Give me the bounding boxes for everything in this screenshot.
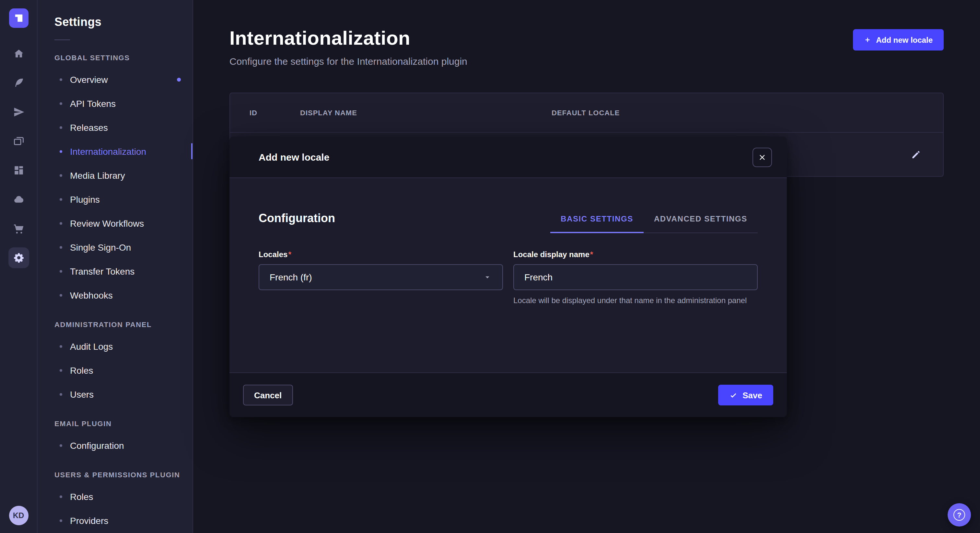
sidebar-item-label: Internationalization xyxy=(70,146,146,156)
table-header-row: ID DISPLAY NAME DEFAULT LOCALE xyxy=(230,93,943,132)
sidebar-item-label: Overview xyxy=(70,74,108,84)
configuration-title: Configuration xyxy=(259,212,335,233)
edit-locale-button[interactable] xyxy=(908,147,924,162)
close-icon xyxy=(758,153,766,161)
sidebar-item-internationalization[interactable]: Internationalization xyxy=(54,139,192,163)
required-asterisk: * xyxy=(288,250,291,259)
content-manager-icon[interactable] xyxy=(8,73,29,93)
add-new-locale-button[interactable]: Add new locale xyxy=(853,29,944,51)
sidebar-item-single-sign-on[interactable]: Single Sign-On xyxy=(54,235,192,259)
sidebar-item-webhooks[interactable]: Webhooks xyxy=(54,283,192,307)
modal-footer: Cancel Save xyxy=(229,373,787,417)
page-title: Internationalization xyxy=(229,27,467,49)
display-name-input[interactable] xyxy=(513,264,758,290)
pencil-icon xyxy=(911,149,921,160)
releases-icon[interactable] xyxy=(8,102,29,122)
sidebar-item-label: Plugins xyxy=(70,194,100,204)
sidebar-item-label: Roles xyxy=(70,491,93,501)
sidebar-item-releases[interactable]: Releases xyxy=(54,115,192,139)
nav-rail: KD xyxy=(0,0,38,533)
section-label-email-plugin: EMAIL PLUGIN xyxy=(54,420,192,427)
required-asterisk: * xyxy=(590,250,593,259)
app: KD Settings GLOBAL SETTINGS Overview API… xyxy=(0,0,980,533)
add-locale-modal: Add new locale Configuration BASIC SETTI… xyxy=(229,136,787,417)
cloud-icon[interactable] xyxy=(8,189,29,210)
sidebar-item-label: Media Library xyxy=(70,170,125,180)
display-name-label: Locale display name* xyxy=(513,250,758,259)
locales-select[interactable]: French (fr) xyxy=(259,264,503,290)
rail-icon-list xyxy=(8,43,29,268)
sidebar-item-label: Review Workflows xyxy=(70,218,144,228)
sidebar-item-audit-logs[interactable]: Audit Logs xyxy=(54,334,192,358)
sidebar-item-transfer-tokens[interactable]: Transfer Tokens xyxy=(54,259,192,283)
sidebar-item-label: Roles xyxy=(70,365,93,375)
home-icon[interactable] xyxy=(8,43,29,64)
user-avatar[interactable]: KD xyxy=(9,506,28,525)
save-label: Save xyxy=(743,390,762,400)
sidebar-item-admin-users[interactable]: Users xyxy=(54,382,192,406)
locales-label: Locales* xyxy=(259,250,503,259)
page-subtitle: Configure the settings for the Internati… xyxy=(229,56,467,67)
sidebar-item-up-providers[interactable]: Providers xyxy=(54,508,192,532)
column-header-default-locale: DEFAULT LOCALE xyxy=(552,109,898,117)
help-button[interactable]: ? xyxy=(948,503,971,527)
column-header-display-name: DISPLAY NAME xyxy=(300,109,552,117)
bullet-icon xyxy=(60,495,62,498)
bullet-icon xyxy=(60,150,62,152)
check-icon xyxy=(729,391,737,399)
strapi-logo[interactable] xyxy=(9,8,28,28)
sidebar-item-label: Releases xyxy=(70,122,108,132)
sidebar-item-review-workflows[interactable]: Review Workflows xyxy=(54,211,192,235)
help-icon: ? xyxy=(953,509,965,521)
sidebar-item-label: Users xyxy=(70,389,94,399)
section-label-global-settings: GLOBAL SETTINGS xyxy=(54,54,192,62)
bullet-icon xyxy=(60,270,62,272)
sidebar-item-media-library[interactable]: Media Library xyxy=(54,163,192,187)
display-name-field: Locale display name* Locale will be disp… xyxy=(513,250,758,306)
locale-form-row: Locales* French (fr) Locale display name… xyxy=(259,250,758,306)
sidebar-item-label: Providers xyxy=(70,515,108,525)
bullet-icon xyxy=(60,393,62,395)
sidebar-item-overview[interactable]: Overview xyxy=(54,67,192,91)
sidebar-item-email-configuration[interactable]: Configuration xyxy=(54,433,192,457)
sidebar-item-up-roles[interactable]: Roles xyxy=(54,484,192,508)
modal-body: Configuration BASIC SETTINGS ADVANCED SE… xyxy=(229,178,787,373)
sidebar-item-label: API Tokens xyxy=(70,98,116,108)
settings-gear-icon[interactable] xyxy=(8,247,29,268)
bullet-icon xyxy=(60,345,62,347)
section-label-administration-panel: ADMINISTRATION PANEL xyxy=(54,320,192,328)
tab-basic-settings[interactable]: BASIC SETTINGS xyxy=(550,214,644,233)
sidebar-item-label: Single Sign-On xyxy=(70,242,131,252)
locales-select-value: French (fr) xyxy=(270,272,312,282)
bullet-icon xyxy=(60,444,62,447)
sidebar-item-api-tokens[interactable]: API Tokens xyxy=(54,91,192,115)
media-library-icon[interactable] xyxy=(8,131,29,152)
sidebar-title: Settings xyxy=(54,16,192,29)
sidebar-item-plugins[interactable]: Plugins xyxy=(54,187,192,211)
bullet-icon xyxy=(60,198,62,200)
add-new-locale-label: Add new locale xyxy=(876,35,933,44)
cancel-button[interactable]: Cancel xyxy=(243,385,293,405)
settings-sidebar: Settings GLOBAL SETTINGS Overview API To… xyxy=(38,0,193,533)
display-name-hint: Locale will be displayed under that name… xyxy=(513,295,758,306)
plus-icon xyxy=(864,36,871,43)
tab-advanced-settings[interactable]: ADVANCED SETTINGS xyxy=(644,214,758,233)
chevron-down-icon xyxy=(483,273,492,282)
modal-title: Add new locale xyxy=(259,152,329,163)
marketplace-cart-icon[interactable] xyxy=(8,218,29,239)
bullet-icon xyxy=(60,294,62,296)
bullet-icon xyxy=(60,126,62,128)
sidebar-item-admin-roles[interactable]: Roles xyxy=(54,358,192,382)
bullet-icon xyxy=(60,369,62,371)
bullet-icon xyxy=(60,519,62,522)
save-button[interactable]: Save xyxy=(718,385,773,405)
notification-dot xyxy=(177,78,181,81)
content-type-builder-icon[interactable] xyxy=(8,160,29,181)
bullet-icon xyxy=(60,102,62,105)
title-divider xyxy=(54,40,70,40)
bullet-icon xyxy=(60,78,62,81)
configuration-header: Configuration BASIC SETTINGS ADVANCED SE… xyxy=(259,212,758,233)
close-modal-button[interactable] xyxy=(752,148,772,167)
sidebar-item-label: Webhooks xyxy=(70,290,113,300)
column-header-id: ID xyxy=(250,109,300,117)
